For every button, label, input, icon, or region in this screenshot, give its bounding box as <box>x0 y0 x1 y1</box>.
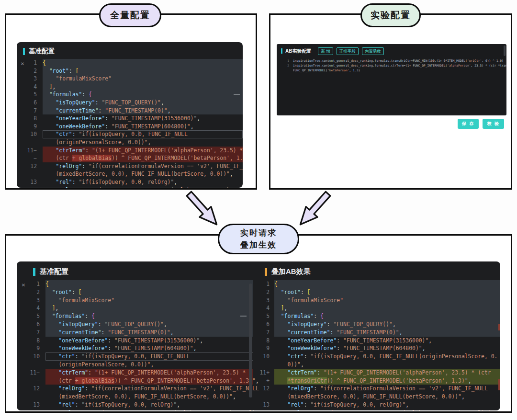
code-token <box>45 305 52 311</box>
code-line: 12 "relOrg": "if(correlationFormulaVersi… <box>17 162 243 170</box>
line-number: 8 <box>17 337 45 345</box>
code-line: (originPersonalScore, 0.0))", <box>17 361 253 369</box>
code-text: "oneWeekBefore": "FUNC_TIMESTAMP(604800)… <box>274 344 500 352</box>
code-token: "ctrTerm" <box>287 369 317 376</box>
code-token <box>43 170 56 177</box>
close-icon[interactable]: × <box>21 60 24 67</box>
code-text: (ctr + globalBias)) ^ FUNC_QP_INTERMODEL… <box>45 377 253 385</box>
code-lines: 1{2 "root": [3 "formulaMixScore"4 ],5 "f… <box>17 280 253 410</box>
close-icon[interactable]: × <box>22 282 25 288</box>
save-button[interactable]: 保 存 <box>458 119 479 129</box>
code-token: , <box>233 393 236 400</box>
code-token: *transOriCtr <box>287 377 326 384</box>
line-number: 11− <box>17 369 45 377</box>
code-token: "relTerm" <box>287 409 317 410</box>
code-lines: 1{2 "root": [3 "formulaMixScore"4 ],5 "f… <box>17 59 243 188</box>
line-number: 7 <box>253 329 274 337</box>
code-token <box>274 289 281 295</box>
code-token <box>45 321 58 328</box>
code-line: − (ctr + globalBias)) ^ FUNC_QP_INTERMOD… <box>17 154 243 162</box>
code-text: "relTerm": " (1+ FUNC_QP_INTERMODEL('alp… <box>43 186 243 188</box>
accent-bar <box>265 268 267 276</box>
diff-view[interactable]: 基准配置 × 1{2 "root": [3 "formulaMixScore"4… <box>17 261 500 410</box>
code-token: : <box>72 179 79 185</box>
code-token <box>43 68 49 74</box>
code-token <box>45 337 58 344</box>
line-number: − <box>17 377 45 385</box>
code-token: "relTerm" <box>58 409 88 410</box>
code-text: "root": [ <box>45 288 253 296</box>
diagram-canvas: 全量配置 基准配置 × 1{2 "root": [3 "formulaMixSc… <box>0 0 517 420</box>
code-line: 13 "rel": "if(isTopQuery, 0.0, relOrg)", <box>17 178 243 186</box>
code-token <box>45 377 58 384</box>
line-number: 3 <box>253 296 274 305</box>
code-token: "FUNC_TIMESTAMP(31536000)" <box>114 337 200 344</box>
code-token <box>43 123 56 130</box>
line-number: 5 <box>253 312 274 320</box>
overlay-diff-pane[interactable]: 叠加AB效果 1{2 "root": [3 "formulaMixScore"4… <box>253 261 500 410</box>
code-token: : <box>105 123 112 130</box>
code-token <box>43 147 56 154</box>
code-text: "root": [ <box>43 67 243 75</box>
ab-experiment-panel[interactable]: AB实验配置 新 增 正排字段 内置函数 1inspirationTree.co… <box>277 44 506 115</box>
code-token: 'betaPerson' <box>327 68 349 72</box>
ab-code-area[interactable]: 1inspirationTree.content_general_desc_ra… <box>277 58 506 73</box>
code-token: "formulaMixScore" <box>58 297 114 304</box>
code-token: : <box>108 337 114 344</box>
code-token <box>43 131 56 137</box>
line-number <box>277 68 293 73</box>
code-line: − (ctr + globalBias)) ^ FUNC_QP_INTERMOD… <box>17 377 253 385</box>
code-line: 6 "isTopQuery": "FUNC_TOP_QUERY()", <box>253 320 500 329</box>
builtin-functions-button[interactable]: 内置函数 <box>362 47 384 55</box>
fold-marker-icon <box>240 316 247 317</box>
code-text: "formulas": { <box>43 91 243 99</box>
code-token: : <box>304 401 311 408</box>
code-token: "FUNC_TIMESTAMP(31536000)" <box>343 337 428 344</box>
verify-button[interactable]: 校 验 <box>483 119 504 129</box>
code-token: "isTopQuery" <box>56 99 95 106</box>
code-area[interactable]: × 1{2 "root": [3 "formulaMixScore"4 ],5 … <box>17 280 253 410</box>
baseline-diff-pane[interactable]: 基准配置 × 1{2 "root": [3 "formulaMixScore"4… <box>17 261 253 410</box>
code-area[interactable]: 1{2 "root": [3 "formulaMixScore"4 ],5 "f… <box>253 280 500 410</box>
code-token: ] <box>49 83 53 90</box>
code-line: (mixedBertScore, 0.0), FUNC_IF_NULL(bert… <box>17 170 243 178</box>
code-token: : <box>72 131 79 137</box>
code-token: , 1.3) <box>349 68 360 72</box>
code-line: 5 "formulas": { <box>17 91 243 99</box>
code-token <box>274 401 287 408</box>
realtime-label-line1: 实时请求 <box>240 227 277 239</box>
ab-panel-title: AB实验配置 <box>285 48 311 55</box>
code-token: , <box>405 401 409 408</box>
scrollbar-thumb[interactable] <box>504 45 506 56</box>
scrollbar-thumb[interactable] <box>249 284 252 397</box>
code-text: "formulaMixScore" <box>274 296 500 305</box>
code-token: , <box>284 305 288 311</box>
code-line: 10 "ctr": "if(isTopQuery, 0.0, FUNC_IF_N… <box>253 352 500 361</box>
code-token: (mixedBertScore, 0.0), FUNC_IF_NULL(bert… <box>58 393 232 400</box>
baseline-config-editor[interactable]: 基准配置 × 1{2 "root": [3 "formulaMixScore"4… <box>17 42 243 188</box>
code-token: "currentTime" <box>58 329 101 336</box>
code-token <box>274 321 287 328</box>
code-token: , <box>147 139 151 146</box>
code-text: ], <box>45 304 253 312</box>
code-line: 7 "currentTime": "FUNC_TIMESTAMP(0)", <box>253 329 500 337</box>
line-number: 3 <box>17 296 45 305</box>
code-token: "oneWeekBefore" <box>287 345 337 352</box>
code-token: , <box>161 99 164 106</box>
code-token: "if(correlationFormulaVersion == 'v2', F… <box>91 385 259 392</box>
line-number: 1 <box>277 58 293 63</box>
code-text: "relOrg": "if(correlationFormulaVersion … <box>43 162 243 170</box>
code-token <box>274 297 287 304</box>
code-token: , 23.5) * (ctr *transOriCtr)) ^ <box>471 64 506 67</box>
line-number: 4 <box>253 304 274 312</box>
code-line: 9 "oneWeekBefore": "FUNC_TIMESTAMP(60480… <box>253 344 500 352</box>
code-area[interactable]: × 1{2 "root": [3 "formulaMixScore"4 ],5 … <box>17 59 243 188</box>
code-token: (originPersonalScore, 0.0))" <box>56 139 147 146</box>
full-config-label-text: 全量配置 <box>110 9 150 22</box>
code-line: 12 "relOrg": "if(correlationFormulaVersi… <box>17 385 253 393</box>
add-button[interactable]: 新 增 <box>318 47 333 55</box>
code-text: FUNC_QP_INTERMODEL('betaPerson', 1.3) <box>293 68 506 73</box>
code-line: 11+ "ctrTerm": "(1+ FUNC_QP_INTERMODEL('… <box>253 369 500 377</box>
forward-fields-button[interactable]: 正排字段 <box>337 47 359 55</box>
realtime-overlay-label: 实时请求 叠加生效 <box>218 224 299 254</box>
